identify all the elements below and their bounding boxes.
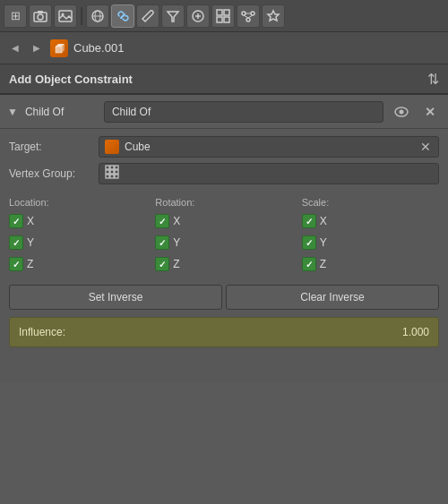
location-axes: X Y Z xyxy=(9,211,146,274)
scale-y-checkbox[interactable] xyxy=(302,235,316,250)
target-clear-icon[interactable]: ✕ xyxy=(418,140,433,154)
location-y-checkbox[interactable] xyxy=(9,235,23,250)
constraint-name-input[interactable] xyxy=(104,101,383,123)
toolbar-icon-plus-circle[interactable] xyxy=(186,4,210,28)
location-x-label: X xyxy=(27,215,34,227)
scale-z-checkbox[interactable] xyxy=(302,257,316,271)
svg-rect-32 xyxy=(106,175,109,178)
toolbar: ⊞ xyxy=(0,0,448,32)
add-constraint-header: Add Object Constraint ⇅ xyxy=(0,64,448,95)
rotation-z-checkbox[interactable] xyxy=(155,257,169,271)
action-buttons: Set Inverse Clear Inverse xyxy=(0,281,448,315)
location-z-checkbox[interactable] xyxy=(9,257,23,271)
toolbar-icon-link[interactable] xyxy=(111,4,134,28)
constraint-type-row: ▼ Child Of ✕ xyxy=(0,95,448,129)
scale-header: Scale: xyxy=(302,197,439,208)
location-x-checkbox[interactable] xyxy=(9,214,23,228)
svg-point-25 xyxy=(400,109,404,114)
svg-point-18 xyxy=(246,18,250,21)
object-type-icon xyxy=(50,39,68,57)
toolbar-icon-grid[interactable] xyxy=(211,4,235,28)
vertex-group-label: Vertex Group: xyxy=(9,167,99,180)
location-x-item: X xyxy=(9,211,146,231)
svg-rect-33 xyxy=(110,175,114,178)
visibility-toggle-icon[interactable] xyxy=(391,101,412,123)
location-z-item: Z xyxy=(9,254,146,274)
svg-line-21 xyxy=(248,15,253,18)
breadcrumb-bar: ◀ ▶ Cube.001 xyxy=(0,32,448,64)
scale-z-item: Z xyxy=(302,254,439,274)
svg-rect-2 xyxy=(38,11,43,13)
constraint-type-label: Child Of xyxy=(25,106,97,118)
constraint-header-title: Add Object Constraint xyxy=(9,73,133,86)
svg-rect-27 xyxy=(110,166,114,169)
location-y-item: Y xyxy=(9,233,146,252)
nav-back-icon[interactable]: ◀ xyxy=(7,40,23,56)
target-object-icon xyxy=(105,140,119,154)
clear-inverse-button[interactable]: Clear Inverse xyxy=(226,285,439,310)
rotation-y-checkbox[interactable] xyxy=(155,235,169,250)
rotation-x-label: X xyxy=(173,215,180,227)
expand-arrow-icon[interactable]: ▼ xyxy=(7,106,18,118)
svg-rect-14 xyxy=(217,17,222,22)
svg-rect-26 xyxy=(106,166,109,169)
svg-rect-23 xyxy=(56,47,62,53)
target-label: Target: xyxy=(9,141,99,153)
location-y-label: Y xyxy=(27,236,34,249)
rotation-x-checkbox[interactable] xyxy=(155,214,169,228)
toolbar-icon-wrench[interactable] xyxy=(136,4,159,28)
rotation-y-item: Y xyxy=(155,233,292,252)
svg-line-20 xyxy=(244,15,248,18)
svg-point-17 xyxy=(251,12,254,15)
svg-rect-29 xyxy=(106,170,109,174)
svg-point-1 xyxy=(38,14,43,20)
nav-forward-icon[interactable]: ▶ xyxy=(29,40,45,56)
influence-value: 1.000 xyxy=(402,326,429,338)
toolbar-separator-1 xyxy=(81,7,82,25)
svg-rect-12 xyxy=(217,10,222,15)
location-z-label: Z xyxy=(27,258,33,270)
header-expand-icon[interactable]: ⇅ xyxy=(427,71,439,88)
constraint-panel: ▼ Child Of ✕ Target: Cube ✕ Vertex Group… xyxy=(0,95,448,381)
toolbar-icon-camera[interactable] xyxy=(29,4,52,28)
svg-rect-34 xyxy=(115,175,118,178)
vertex-group-field[interactable] xyxy=(99,163,439,184)
rotation-y-label: Y xyxy=(173,236,180,249)
axes-section: Location: Rotation: Scale: X Y Z xyxy=(0,193,448,281)
svg-marker-8 xyxy=(168,12,178,21)
target-row: Target: Cube ✕ xyxy=(9,134,439,159)
toolbar-icon-star[interactable] xyxy=(262,4,285,28)
svg-rect-28 xyxy=(115,166,118,169)
toolbar-icon-image[interactable] xyxy=(54,4,77,28)
target-section: Target: Cube ✕ Vertex Group: xyxy=(0,129,448,193)
target-value-text: Cube xyxy=(125,141,413,153)
vertex-group-icon xyxy=(105,165,119,183)
influence-label: Influence: xyxy=(19,326,65,338)
location-header: Location: xyxy=(9,197,146,208)
scale-y-item: Y xyxy=(302,233,439,252)
svg-point-16 xyxy=(242,12,246,15)
svg-rect-15 xyxy=(224,17,229,22)
rotation-z-item: Z xyxy=(155,254,292,274)
rotation-axes: X Y Z xyxy=(155,211,292,274)
set-inverse-button[interactable]: Set Inverse xyxy=(9,285,222,310)
bottom-padding xyxy=(0,355,448,381)
vertex-group-row: Vertex Group: xyxy=(9,161,439,186)
breadcrumb-object-name: Cube.001 xyxy=(73,41,124,55)
rotation-z-label: Z xyxy=(173,258,179,270)
toolbar-icon-nodes[interactable] xyxy=(237,4,260,28)
toolbar-icon-layout[interactable]: ⊞ xyxy=(4,4,27,28)
toolbar-icon-filter[interactable] xyxy=(161,4,185,28)
rotation-header: Rotation: xyxy=(155,197,292,208)
toolbar-icon-globe[interactable] xyxy=(86,4,109,28)
scale-y-label: Y xyxy=(320,236,327,249)
svg-rect-13 xyxy=(224,10,229,15)
influence-row[interactable]: Influence: 1.000 xyxy=(9,317,439,347)
scale-axes: X Y Z xyxy=(302,211,439,274)
scale-x-item: X xyxy=(302,211,439,231)
remove-constraint-icon[interactable]: ✕ xyxy=(419,101,441,123)
svg-rect-31 xyxy=(115,170,118,174)
target-field[interactable]: Cube ✕ xyxy=(99,136,439,158)
scale-x-checkbox[interactable] xyxy=(302,214,316,228)
svg-marker-22 xyxy=(268,11,279,21)
